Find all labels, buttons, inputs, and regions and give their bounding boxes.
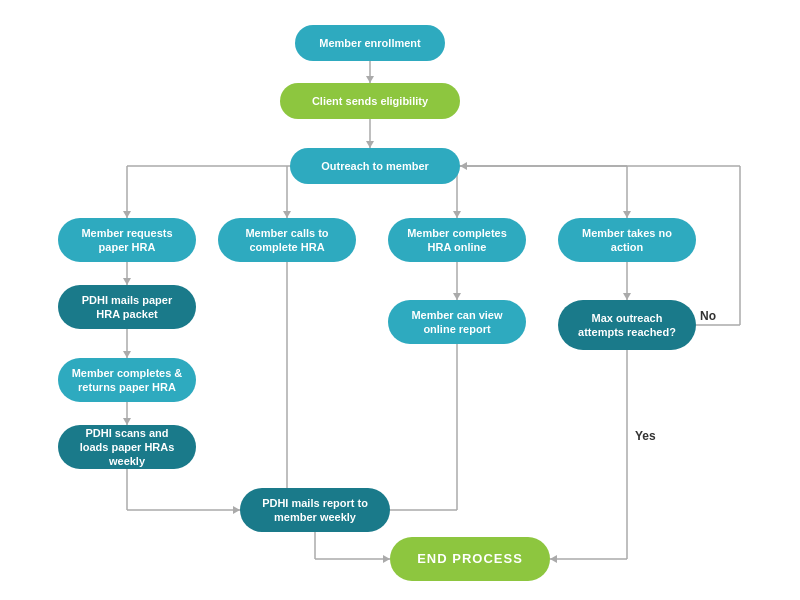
svg-marker-15 [123,278,131,285]
member-requests-paper-hra-node: Member requests paper HRA [58,218,196,262]
svg-marker-19 [123,418,131,425]
svg-marker-26 [453,293,461,300]
outreach-to-member-node: Outreach to member [290,148,460,184]
member-enrollment-node: Member enrollment [295,25,445,61]
svg-marker-9 [283,211,291,218]
svg-marker-41 [550,555,557,563]
member-completes-hra-online-node: Member completes HRA online [388,218,526,262]
svg-marker-1 [366,76,374,83]
member-takes-no-action-node: Member takes no action [558,218,696,262]
svg-text:Yes: Yes [635,429,656,443]
svg-marker-22 [233,506,240,514]
svg-marker-34 [623,293,631,300]
member-calls-complete-hra-node: Member calls to complete HRA [218,218,356,262]
svg-marker-13 [623,211,631,218]
svg-marker-3 [366,141,374,148]
pdhi-mails-report-node: PDHI mails report to member weekly [240,488,390,532]
svg-marker-11 [453,211,461,218]
max-outreach-node: Max outreach attempts reached? [558,300,696,350]
member-view-online-report-node: Member can view online report [388,300,526,344]
svg-marker-17 [123,351,131,358]
svg-marker-32 [383,555,390,563]
svg-marker-38 [460,162,467,170]
pdhi-mails-paper-hra-node: PDHI mails paper HRA packet [58,285,196,329]
svg-text:No: No [700,309,716,323]
end-process-node: END PROCESS [390,537,550,581]
svg-marker-7 [123,211,131,218]
pdhi-scans-loads-node: PDHI scans and loads paper HRAs weekly [58,425,196,469]
member-completes-returns-hra-node: Member completes & returns paper HRA [58,358,196,402]
client-sends-eligibility-node: Client sends eligibility [280,83,460,119]
flowchart: Yes No Member enrollment Client sends el… [0,0,800,600]
